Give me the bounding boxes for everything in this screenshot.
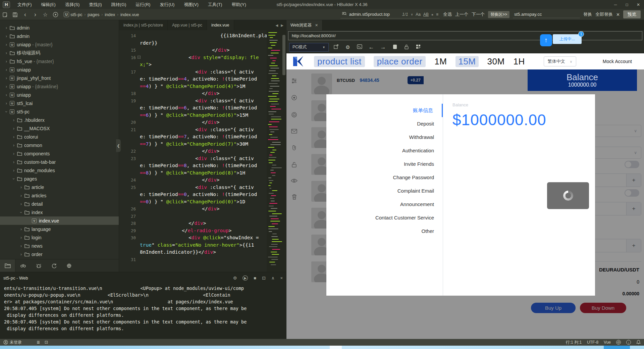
qr-code-icon[interactable] bbox=[414, 44, 423, 50]
devtools-icon[interactable] bbox=[355, 44, 364, 50]
tree-item-st5_lcai[interactable]: ›Ust5_lcai bbox=[0, 99, 119, 107]
match-case-icon[interactable]: Aa bbox=[416, 12, 421, 17]
mode-select[interactable]: PC模式 ▼ bbox=[289, 43, 329, 52]
regex-icon[interactable]: ⁎ bbox=[431, 12, 433, 17]
tree-item-node_modules[interactable]: ›node_modules bbox=[0, 166, 119, 174]
modal-menu-authentication[interactable]: Authentication bbox=[326, 144, 443, 157]
breadcrumb-item[interactable]: pages bbox=[88, 12, 99, 17]
browser-tab-close-icon[interactable]: ✕ bbox=[315, 23, 318, 28]
tree-chevron-icon[interactable]: › bbox=[11, 151, 16, 156]
files-panel-icon[interactable] bbox=[0, 259, 15, 272]
tree-item-.hbuilderx[interactable]: ›.hbuilderx bbox=[0, 116, 119, 124]
tree-chevron-icon[interactable]: › bbox=[19, 235, 23, 240]
console-run-icon[interactable]: ▶ bbox=[243, 276, 248, 281]
fold-icon[interactable]: – bbox=[138, 56, 141, 59]
menu-item[interactable]: 跳转(G) bbox=[107, 0, 130, 9]
menu-item[interactable]: 查找(I) bbox=[85, 0, 106, 9]
tree-item-order[interactable]: ›order bbox=[0, 250, 119, 258]
console-settings-icon[interactable]: ⚙ bbox=[233, 276, 237, 281]
breadcrumb[interactable]: st5-pc›pages›index›index.vue bbox=[70, 12, 139, 17]
tree-item-admin[interactable]: ›admin bbox=[0, 23, 119, 32]
tree-item-detail[interactable]: ›detail bbox=[0, 200, 119, 208]
find-zone[interactable]: admin.st5product.top 1/1 ∨ Aa AB ⁎ ≡ bbox=[340, 10, 440, 18]
console-open-icon[interactable]: ⊡ bbox=[262, 276, 266, 281]
modal-menu-deposit[interactable]: Deposit bbox=[326, 117, 443, 131]
tree-chevron-icon[interactable]: › bbox=[11, 168, 16, 173]
breadcrumb-item[interactable]: index bbox=[105, 12, 115, 17]
breadcrumb-item[interactable]: st5-pc bbox=[70, 12, 82, 17]
language-select[interactable]: 繁体中文 ∨ bbox=[544, 56, 576, 66]
language-mode[interactable]: Vue bbox=[604, 340, 611, 345]
replace-button[interactable]: 替换 bbox=[583, 11, 592, 17]
tree-chevron-icon[interactable]: › bbox=[4, 101, 9, 106]
tree-item-uniapp[interactable]: ›Uuniapp - {master} bbox=[0, 40, 119, 49]
preview-button[interactable]: 预览 bbox=[623, 10, 641, 18]
console-log[interactable]: ents/u-transition/u-transition.vue\n <UP… bbox=[0, 284, 286, 339]
tree-item-uniapp[interactable]: ›Uuniapp bbox=[0, 91, 119, 99]
nav-15m[interactable]: 15M bbox=[455, 56, 478, 67]
open-external-icon[interactable] bbox=[332, 44, 340, 50]
tree-item-uniapp[interactable]: ›Uuniapp - {drawkline} bbox=[0, 82, 119, 91]
url-bar[interactable]: http://localhost:8000/#/ bbox=[288, 31, 642, 40]
tree-chevron-icon[interactable]: › bbox=[19, 210, 23, 215]
tree-chevron-icon[interactable]: › bbox=[11, 177, 16, 181]
globe-panel-icon[interactable] bbox=[62, 259, 77, 272]
nav-back-icon[interactable]: ← bbox=[367, 44, 376, 51]
tree-item-news[interactable]: ›news bbox=[0, 242, 119, 250]
tree-item-components[interactable]: ›components bbox=[0, 149, 119, 158]
nav-forward-icon[interactable]: → bbox=[379, 44, 387, 51]
in-selection-icon[interactable]: ≡ bbox=[436, 12, 438, 17]
user-status[interactable]: 未登录 bbox=[3, 340, 22, 345]
modal-menu-announcement[interactable]: Announcement bbox=[326, 198, 443, 211]
tree-item-st5-pc[interactable]: ›Ust5-pc bbox=[0, 107, 119, 116]
replace-input[interactable]: st5.amspay.cc bbox=[514, 12, 565, 17]
tree-item-index[interactable]: ›index bbox=[0, 208, 119, 216]
tree-item-language[interactable]: ›language bbox=[0, 225, 119, 233]
cursor-position[interactable]: 行:1 列:1 bbox=[566, 340, 582, 345]
tree-chevron-icon[interactable]: › bbox=[19, 252, 23, 257]
tree-item-__MACOSX[interactable]: ›__MACOSX bbox=[0, 124, 119, 133]
prev-button[interactable]: 上一个 bbox=[455, 11, 468, 17]
close-button[interactable]: ✕ bbox=[633, 1, 644, 8]
replace-zone[interactable]: st5.amspay.cc bbox=[513, 11, 580, 18]
menu-item[interactable]: 选择(S) bbox=[61, 0, 84, 9]
tree-chevron-icon[interactable]: › bbox=[4, 67, 9, 72]
editor-body[interactable]: 141516–171819202122232425262728293031 {{… bbox=[119, 30, 286, 272]
device-frame-icon[interactable] bbox=[390, 44, 399, 50]
save-icon[interactable] bbox=[10, 11, 20, 17]
modal-menu-withdrawal[interactable]: Withdrawal bbox=[326, 131, 443, 144]
menu-item[interactable]: 视图(V) bbox=[180, 0, 202, 9]
tree-item-admin[interactable]: ›admin bbox=[0, 32, 119, 40]
nav-place-order[interactable]: place order bbox=[374, 56, 426, 67]
tab-scroll-icon[interactable]: ▶ bbox=[281, 23, 283, 27]
modal-menu-contact-customer-service[interactable]: Contact Customer Service bbox=[326, 211, 443, 225]
tree-item-h5_vue[interactable]: ›h5_vue - {master} bbox=[0, 57, 119, 65]
outline-icon[interactable]: ≣ bbox=[37, 340, 40, 345]
nav-30m[interactable]: 30M bbox=[487, 56, 505, 67]
upload-arrow-icon[interactable]: ↑ bbox=[540, 34, 552, 46]
editor-tab[interactable]: App.vue | st5-pc bbox=[168, 20, 207, 30]
modal-menu-change-password[interactable]: Change Password bbox=[326, 171, 443, 184]
tree-chevron-icon[interactable]: › bbox=[19, 202, 23, 206]
tree-chevron-icon[interactable]: › bbox=[19, 185, 23, 190]
tree-item-article[interactable]: ›article bbox=[0, 183, 119, 191]
tree-chevron-icon[interactable]: › bbox=[11, 135, 16, 139]
run-icon[interactable] bbox=[50, 11, 60, 17]
search-panel-icon[interactable] bbox=[15, 259, 31, 272]
encoding-label[interactable]: UTF-8 bbox=[587, 340, 598, 345]
tree-chevron-icon[interactable]: › bbox=[4, 42, 9, 47]
minimize-button[interactable]: ─ bbox=[610, 1, 621, 8]
tree-chevron-icon[interactable]: › bbox=[4, 84, 9, 89]
modal-menu-other[interactable]: Other bbox=[326, 225, 443, 238]
debug-panel-icon[interactable] bbox=[31, 259, 46, 272]
tree-chevron-icon[interactable]: › bbox=[4, 93, 9, 97]
maximize-button[interactable]: □ bbox=[621, 1, 633, 8]
nav-1m[interactable]: 1M bbox=[434, 56, 447, 67]
tree-item-login[interactable]: ›login bbox=[0, 233, 119, 242]
tree-item-index.vue[interactable]: Vindex.vue bbox=[0, 216, 119, 225]
tree-chevron-icon[interactable]: › bbox=[11, 118, 16, 122]
at-icon[interactable]: @ bbox=[616, 340, 621, 345]
new-file-icon[interactable] bbox=[0, 11, 10, 17]
tree-chevron-icon[interactable]: › bbox=[4, 59, 9, 64]
tree-chevron-icon[interactable]: › bbox=[19, 244, 23, 248]
